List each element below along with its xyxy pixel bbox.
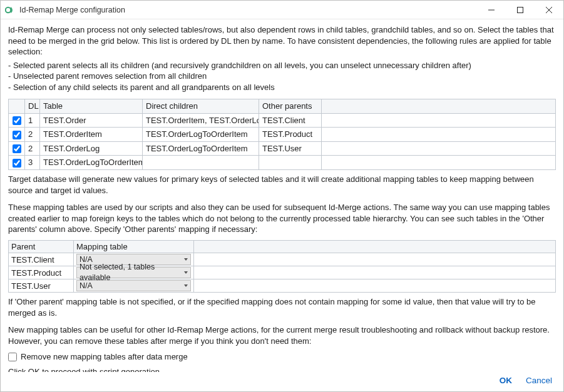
col-header-other[interactable]: Other parents <box>259 99 322 114</box>
mapping-table-select[interactable]: N/A <box>76 280 191 291</box>
col-header-parent[interactable]: Parent <box>9 240 74 253</box>
col-header-dl[interactable]: DL <box>25 99 40 114</box>
cell-children: TEST.OrderLogToOrderItem <box>143 141 259 156</box>
cell-table: TEST.OrderLogToOrderItem <box>40 156 143 170</box>
cell-dl: 3 <box>25 156 40 170</box>
minimize-icon <box>488 7 495 13</box>
cell-children: TEST.OrderLogToOrderItem <box>143 128 259 142</box>
row-select-checkbox[interactable] <box>13 159 21 168</box>
dialog-footer: OK Cancel <box>1 372 563 391</box>
remove-mapping-label[interactable]: Remove new mapping tables after data mer… <box>21 351 188 363</box>
col-header-spacer <box>194 240 556 253</box>
selection-rules: - Selected parent selects all its childr… <box>8 60 556 93</box>
mid-paragraph-2: These mapping tables are used by our scr… <box>8 202 556 235</box>
svg-rect-2 <box>518 7 523 13</box>
cell-other: TEST.Product <box>259 128 322 142</box>
rule-2: - Unselected parent removes selection fr… <box>8 71 556 82</box>
mapping-grid-header-row: Parent Mapping table <box>9 240 556 253</box>
row-select-checkbox[interactable] <box>13 116 21 125</box>
titlebar: Id-Remap Merge configuration <box>1 1 563 19</box>
tables-grid: DL Table Direct children Other parents 1… <box>8 99 556 170</box>
col-header-check <box>9 99 25 114</box>
col-header-spacer <box>322 99 556 114</box>
row-select-checkbox[interactable] <box>13 131 21 139</box>
app-icon <box>4 4 16 16</box>
ok-button[interactable]: OK <box>500 376 512 385</box>
mapping-table-select[interactable]: Not selected, 1 tables available <box>76 267 191 278</box>
proceed-paragraph: Click OK to proceed with script generati… <box>8 366 556 372</box>
mid-paragraph-1: Target database will generate new values… <box>8 174 556 196</box>
cell-children: TEST.OrderItem, TEST.OrderLog <box>143 113 259 128</box>
cell-children <box>143 156 259 170</box>
cell-parent: TEST.Product <box>9 266 74 279</box>
table-row[interactable]: 2 TEST.OrderItem TEST.OrderLogToOrderIte… <box>9 128 556 142</box>
post-paragraph-1: If 'Other parent' mapping table is not s… <box>8 296 556 318</box>
col-header-children[interactable]: Direct children <box>143 99 259 114</box>
window-controls <box>477 1 563 19</box>
mapping-grid: Parent Mapping table TEST.Client N/A TES… <box>8 240 556 293</box>
cell-table: TEST.Order <box>40 113 143 128</box>
intro-paragraph: Id-Remap Merge can process not only sele… <box>8 24 556 58</box>
cell-other <box>259 156 322 170</box>
close-icon <box>546 7 552 13</box>
mapping-row[interactable]: TEST.Product Not selected, 1 tables avai… <box>9 266 556 279</box>
cell-parent: TEST.Client <box>9 253 74 266</box>
table-row[interactable]: 3 TEST.OrderLogToOrderItem <box>9 156 556 170</box>
cell-table: TEST.OrderItem <box>40 128 143 142</box>
tables-grid-header-row: DL Table Direct children Other parents <box>9 99 556 114</box>
maximize-button[interactable] <box>506 1 535 19</box>
cell-table: TEST.OrderLog <box>40 141 143 156</box>
dialog-content: Id-Remap Merge can process not only sele… <box>1 19 563 372</box>
col-header-table[interactable]: Table <box>40 99 143 114</box>
remove-mapping-checkbox[interactable] <box>8 353 17 361</box>
cell-dl: 2 <box>25 128 40 142</box>
row-select-checkbox[interactable] <box>13 144 21 153</box>
minimize-button[interactable] <box>477 1 506 19</box>
maximize-icon <box>517 7 523 13</box>
rule-3: - Selection of any child selects its par… <box>8 82 556 93</box>
table-row[interactable]: 2 TEST.OrderLog TEST.OrderLogToOrderItem… <box>9 141 556 156</box>
window-title: Id-Remap Merge configuration <box>19 6 477 14</box>
cell-parent: TEST.User <box>9 279 74 293</box>
remove-mapping-option: Remove new mapping tables after data mer… <box>8 351 556 363</box>
table-row[interactable]: 1 TEST.Order TEST.OrderItem, TEST.OrderL… <box>9 113 556 128</box>
mapping-row[interactable]: TEST.User N/A <box>9 279 556 293</box>
cell-other: TEST.User <box>259 141 322 156</box>
close-button[interactable] <box>535 1 563 19</box>
post-paragraph-2: New mapping tables can be useful for oth… <box>8 324 556 346</box>
cancel-button[interactable]: Cancel <box>526 376 552 385</box>
dialog-window: Id-Remap Merge configuration Id-Remap Me… <box>0 0 564 392</box>
cell-dl: 2 <box>25 141 40 156</box>
cell-dl: 1 <box>25 113 40 128</box>
svg-point-0 <box>6 7 11 12</box>
rule-1: - Selected parent selects all its childr… <box>8 60 556 71</box>
col-header-mapping[interactable]: Mapping table <box>74 240 194 253</box>
cell-other: TEST.Client <box>259 113 322 128</box>
